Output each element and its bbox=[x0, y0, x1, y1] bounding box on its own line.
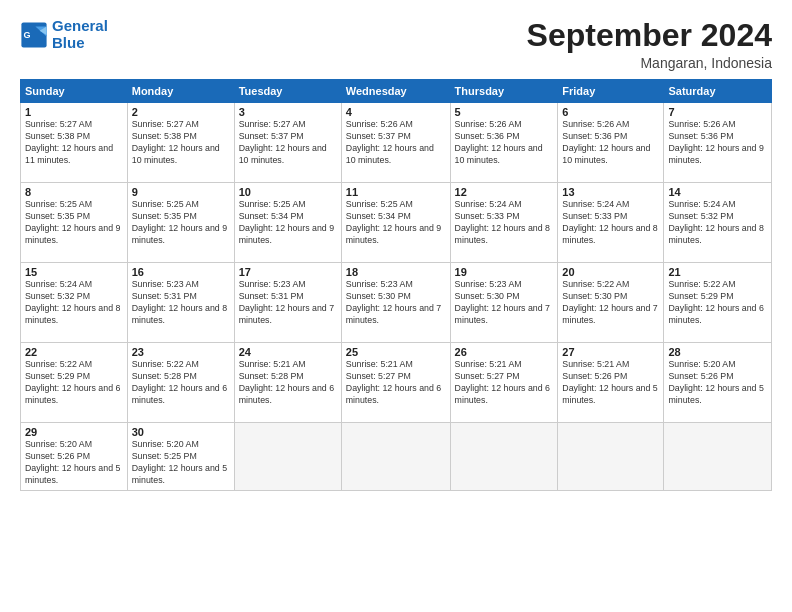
day-number: 23 bbox=[132, 346, 230, 358]
day-info: Sunrise: 5:27 AMSunset: 5:37 PMDaylight:… bbox=[239, 119, 337, 167]
day-info: Sunrise: 5:25 AMSunset: 5:34 PMDaylight:… bbox=[346, 199, 446, 247]
day-info: Sunrise: 5:24 AMSunset: 5:33 PMDaylight:… bbox=[562, 199, 659, 247]
day-number: 22 bbox=[25, 346, 123, 358]
table-row: 15 Sunrise: 5:24 AMSunset: 5:32 PMDaylig… bbox=[21, 263, 128, 343]
day-info: Sunrise: 5:24 AMSunset: 5:32 PMDaylight:… bbox=[25, 279, 123, 327]
day-number: 10 bbox=[239, 186, 337, 198]
day-number: 28 bbox=[668, 346, 767, 358]
day-number: 5 bbox=[455, 106, 554, 118]
table-row bbox=[450, 423, 558, 491]
table-row: 28 Sunrise: 5:20 AMSunset: 5:26 PMDaylig… bbox=[664, 343, 772, 423]
table-row: 18 Sunrise: 5:23 AMSunset: 5:30 PMDaylig… bbox=[341, 263, 450, 343]
day-number: 21 bbox=[668, 266, 767, 278]
day-number: 9 bbox=[132, 186, 230, 198]
day-number: 11 bbox=[346, 186, 446, 198]
day-number: 18 bbox=[346, 266, 446, 278]
header-saturday: Saturday bbox=[664, 80, 772, 103]
day-info: Sunrise: 5:23 AMSunset: 5:31 PMDaylight:… bbox=[132, 279, 230, 327]
day-number: 30 bbox=[132, 426, 230, 438]
table-row: 5 Sunrise: 5:26 AMSunset: 5:36 PMDayligh… bbox=[450, 103, 558, 183]
table-row: 19 Sunrise: 5:23 AMSunset: 5:30 PMDaylig… bbox=[450, 263, 558, 343]
day-info: Sunrise: 5:21 AMSunset: 5:28 PMDaylight:… bbox=[239, 359, 337, 407]
month-title: September 2024 bbox=[527, 18, 772, 53]
table-row: 6 Sunrise: 5:26 AMSunset: 5:36 PMDayligh… bbox=[558, 103, 664, 183]
day-number: 26 bbox=[455, 346, 554, 358]
table-row: 12 Sunrise: 5:24 AMSunset: 5:33 PMDaylig… bbox=[450, 183, 558, 263]
day-number: 6 bbox=[562, 106, 659, 118]
table-row: 21 Sunrise: 5:22 AMSunset: 5:29 PMDaylig… bbox=[664, 263, 772, 343]
svg-text:G: G bbox=[24, 29, 31, 39]
header-wednesday: Wednesday bbox=[341, 80, 450, 103]
table-row: 29 Sunrise: 5:20 AMSunset: 5:26 PMDaylig… bbox=[21, 423, 128, 491]
day-info: Sunrise: 5:21 AMSunset: 5:26 PMDaylight:… bbox=[562, 359, 659, 407]
table-row: 9 Sunrise: 5:25 AMSunset: 5:35 PMDayligh… bbox=[127, 183, 234, 263]
table-row: 22 Sunrise: 5:22 AMSunset: 5:29 PMDaylig… bbox=[21, 343, 128, 423]
logo-line1: General bbox=[52, 17, 108, 34]
day-info: Sunrise: 5:21 AMSunset: 5:27 PMDaylight:… bbox=[455, 359, 554, 407]
table-row: 26 Sunrise: 5:21 AMSunset: 5:27 PMDaylig… bbox=[450, 343, 558, 423]
table-row: 20 Sunrise: 5:22 AMSunset: 5:30 PMDaylig… bbox=[558, 263, 664, 343]
day-info: Sunrise: 5:20 AMSunset: 5:26 PMDaylight:… bbox=[668, 359, 767, 407]
table-row: 4 Sunrise: 5:26 AMSunset: 5:37 PMDayligh… bbox=[341, 103, 450, 183]
day-info: Sunrise: 5:26 AMSunset: 5:36 PMDaylight:… bbox=[668, 119, 767, 167]
day-info: Sunrise: 5:26 AMSunset: 5:37 PMDaylight:… bbox=[346, 119, 446, 167]
day-number: 16 bbox=[132, 266, 230, 278]
day-info: Sunrise: 5:23 AMSunset: 5:30 PMDaylight:… bbox=[455, 279, 554, 327]
page-header: G General Blue September 2024 Mangaran, … bbox=[20, 18, 772, 71]
day-number: 14 bbox=[668, 186, 767, 198]
day-number: 2 bbox=[132, 106, 230, 118]
day-number: 1 bbox=[25, 106, 123, 118]
day-info: Sunrise: 5:20 AMSunset: 5:26 PMDaylight:… bbox=[25, 439, 123, 487]
day-number: 15 bbox=[25, 266, 123, 278]
table-row: 8 Sunrise: 5:25 AMSunset: 5:35 PMDayligh… bbox=[21, 183, 128, 263]
table-row bbox=[234, 423, 341, 491]
day-info: Sunrise: 5:23 AMSunset: 5:30 PMDaylight:… bbox=[346, 279, 446, 327]
day-number: 19 bbox=[455, 266, 554, 278]
table-row: 10 Sunrise: 5:25 AMSunset: 5:34 PMDaylig… bbox=[234, 183, 341, 263]
day-info: Sunrise: 5:22 AMSunset: 5:28 PMDaylight:… bbox=[132, 359, 230, 407]
location: Mangaran, Indonesia bbox=[527, 55, 772, 71]
day-info: Sunrise: 5:22 AMSunset: 5:30 PMDaylight:… bbox=[562, 279, 659, 327]
table-row: 14 Sunrise: 5:24 AMSunset: 5:32 PMDaylig… bbox=[664, 183, 772, 263]
day-info: Sunrise: 5:22 AMSunset: 5:29 PMDaylight:… bbox=[668, 279, 767, 327]
day-info: Sunrise: 5:26 AMSunset: 5:36 PMDaylight:… bbox=[562, 119, 659, 167]
title-block: September 2024 Mangaran, Indonesia bbox=[527, 18, 772, 71]
table-row: 16 Sunrise: 5:23 AMSunset: 5:31 PMDaylig… bbox=[127, 263, 234, 343]
header-tuesday: Tuesday bbox=[234, 80, 341, 103]
day-info: Sunrise: 5:27 AMSunset: 5:38 PMDaylight:… bbox=[25, 119, 123, 167]
header-thursday: Thursday bbox=[450, 80, 558, 103]
table-row: 27 Sunrise: 5:21 AMSunset: 5:26 PMDaylig… bbox=[558, 343, 664, 423]
day-info: Sunrise: 5:25 AMSunset: 5:34 PMDaylight:… bbox=[239, 199, 337, 247]
day-number: 13 bbox=[562, 186, 659, 198]
table-row bbox=[664, 423, 772, 491]
table-row: 2 Sunrise: 5:27 AMSunset: 5:38 PMDayligh… bbox=[127, 103, 234, 183]
day-info: Sunrise: 5:21 AMSunset: 5:27 PMDaylight:… bbox=[346, 359, 446, 407]
table-row: 24 Sunrise: 5:21 AMSunset: 5:28 PMDaylig… bbox=[234, 343, 341, 423]
day-info: Sunrise: 5:23 AMSunset: 5:31 PMDaylight:… bbox=[239, 279, 337, 327]
day-number: 3 bbox=[239, 106, 337, 118]
logo-line2: Blue bbox=[52, 34, 85, 51]
day-info: Sunrise: 5:24 AMSunset: 5:33 PMDaylight:… bbox=[455, 199, 554, 247]
day-info: Sunrise: 5:22 AMSunset: 5:29 PMDaylight:… bbox=[25, 359, 123, 407]
day-number: 7 bbox=[668, 106, 767, 118]
day-info: Sunrise: 5:26 AMSunset: 5:36 PMDaylight:… bbox=[455, 119, 554, 167]
day-number: 27 bbox=[562, 346, 659, 358]
logo-icon: G bbox=[20, 21, 48, 49]
table-row: 3 Sunrise: 5:27 AMSunset: 5:37 PMDayligh… bbox=[234, 103, 341, 183]
table-row bbox=[341, 423, 450, 491]
day-number: 25 bbox=[346, 346, 446, 358]
table-row: 25 Sunrise: 5:21 AMSunset: 5:27 PMDaylig… bbox=[341, 343, 450, 423]
day-number: 20 bbox=[562, 266, 659, 278]
day-info: Sunrise: 5:24 AMSunset: 5:32 PMDaylight:… bbox=[668, 199, 767, 247]
weekday-header-row: Sunday Monday Tuesday Wednesday Thursday… bbox=[21, 80, 772, 103]
header-monday: Monday bbox=[127, 80, 234, 103]
day-number: 4 bbox=[346, 106, 446, 118]
day-number: 29 bbox=[25, 426, 123, 438]
day-number: 8 bbox=[25, 186, 123, 198]
table-row: 23 Sunrise: 5:22 AMSunset: 5:28 PMDaylig… bbox=[127, 343, 234, 423]
day-number: 17 bbox=[239, 266, 337, 278]
table-row: 1 Sunrise: 5:27 AMSunset: 5:38 PMDayligh… bbox=[21, 103, 128, 183]
logo: G General Blue bbox=[20, 18, 108, 51]
calendar: Sunday Monday Tuesday Wednesday Thursday… bbox=[20, 79, 772, 491]
table-row bbox=[558, 423, 664, 491]
